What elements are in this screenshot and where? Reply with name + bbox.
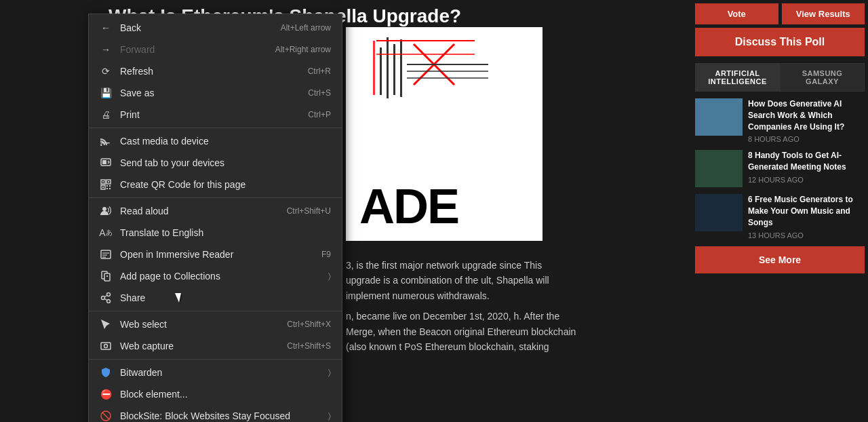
svg-rect-19 — [102, 181, 104, 183]
svg-line-40 — [105, 296, 107, 297]
blocksite-arrow: 〉 — [328, 411, 331, 421]
menu-item-block-element[interactable]: ⛔ Block element... — [89, 383, 342, 405]
menu-separator-3 — [89, 311, 342, 311]
print-icon: 🖨 — [100, 109, 112, 121]
web-select-icon — [100, 318, 112, 330]
menu-label-print: Print — [120, 109, 300, 120]
svg-point-38 — [102, 296, 105, 300]
menu-item-refresh[interactable]: ⟳ Refresh Ctrl+R — [89, 60, 342, 82]
menu-item-share[interactable]: Share — [89, 287, 342, 309]
menu-shortcut-read-aloud: Ctrl+Shift+U — [287, 206, 331, 216]
svg-line-17 — [108, 162, 109, 164]
menu-item-immersive-reader[interactable]: Open in Immersive Reader F9 — [89, 244, 342, 265]
collections-arrow: 〉 — [328, 271, 331, 281]
svg-rect-42 — [101, 343, 111, 349]
menu-item-back[interactable]: ← Back Alt+Left arrow — [89, 17, 342, 39]
menu-label-translate: Translate to English — [120, 227, 331, 238]
collections-icon — [100, 270, 112, 282]
svg-line-45 — [102, 413, 109, 419]
menu-shortcut-forward: Alt+Right arrow — [275, 45, 331, 54]
menu-label-bitwarden: Bitwarden — [120, 367, 315, 378]
svg-rect-12 — [100, 142, 110, 144]
menu-label-share: Share — [120, 292, 331, 303]
menu-item-print[interactable]: 🖨 Print Ctrl+P — [89, 104, 342, 126]
svg-point-37 — [107, 293, 111, 296]
menu-shortcut-save-as: Ctrl+S — [308, 88, 331, 98]
menu-label-web-select: Web select — [120, 319, 279, 330]
web-capture-icon — [100, 340, 112, 352]
menu-label-cast: Cast media to device — [120, 136, 331, 147]
share-icon — [100, 292, 112, 304]
svg-rect-15 — [102, 160, 106, 164]
menu-label-immersive-reader: Open in Immersive Reader — [120, 249, 313, 260]
menu-item-qr-code[interactable]: Create QR Code for this page — [89, 174, 342, 195]
svg-point-43 — [104, 345, 108, 348]
qr-icon — [100, 178, 112, 191]
svg-rect-27 — [109, 188, 111, 189]
menu-item-collections[interactable]: Add page to Collections 〉 — [89, 265, 342, 287]
menu-item-web-capture[interactable]: Web capture Ctrl+Shift+S — [89, 335, 342, 357]
cast-icon — [100, 135, 112, 147]
immersive-reader-icon — [100, 248, 112, 261]
menu-shortcut-web-select: Ctrl+Shift+X — [287, 320, 331, 329]
svg-rect-24 — [106, 185, 108, 187]
blocksite-icon — [100, 410, 112, 422]
refresh-icon: ⟳ — [100, 65, 112, 77]
menu-label-forward: Forward — [120, 44, 267, 55]
svg-rect-34 — [104, 273, 110, 281]
svg-point-39 — [107, 300, 111, 303]
block-element-icon: ⛔ — [100, 388, 112, 400]
menu-separator-4 — [89, 359, 342, 360]
send-tab-icon — [100, 157, 112, 169]
menu-label-save-as: Save as — [120, 88, 300, 98]
svg-rect-26 — [106, 188, 108, 189]
menu-label-send-tab: Send tab to your devices — [120, 157, 331, 168]
forward-icon: → — [100, 43, 112, 56]
menu-label-back: Back — [120, 22, 273, 33]
menu-shortcut-web-capture: Ctrl+Shift+S — [287, 341, 331, 351]
svg-line-41 — [105, 299, 107, 301]
menu-shortcut-refresh: Ctrl+R — [308, 66, 331, 76]
menu-label-collections: Add page to Collections — [120, 271, 315, 282]
menu-item-web-select[interactable]: Web select Ctrl+Shift+X — [89, 313, 342, 335]
svg-rect-23 — [102, 187, 104, 188]
back-icon: ← — [100, 22, 112, 34]
menu-item-save-as[interactable]: 💾 Save as Ctrl+S — [89, 82, 342, 104]
menu-item-translate[interactable]: Aあ Translate to English — [89, 222, 342, 244]
menu-item-blocksite[interactable]: BlockSite: Block Websites Stay Focused 〉 — [89, 405, 342, 422]
menu-label-web-capture: Web capture — [120, 341, 279, 351]
menu-item-read-aloud[interactable]: Read aloud Ctrl+Shift+U — [89, 200, 342, 222]
svg-rect-13 — [100, 145, 102, 147]
menu-label-read-aloud: Read aloud — [120, 206, 279, 216]
svg-point-28 — [102, 207, 106, 211]
menu-item-send-tab[interactable]: Send tab to your devices — [89, 152, 342, 174]
menu-label-refresh: Refresh — [120, 66, 300, 77]
menu-shortcut-print: Ctrl+P — [308, 110, 331, 119]
menu-separator-1 — [89, 128, 342, 128]
bitwarden-icon — [100, 366, 112, 379]
menu-shortcut-back: Alt+Left arrow — [281, 23, 331, 33]
context-menu-overlay: ← Back Alt+Left arrow → Forward Alt+Righ… — [0, 0, 868, 422]
translate-icon: Aあ — [100, 227, 112, 239]
menu-shortcut-immersive-reader: F9 — [321, 250, 331, 259]
menu-separator-2 — [89, 197, 342, 198]
svg-rect-25 — [109, 185, 111, 187]
read-aloud-icon — [100, 205, 112, 217]
menu-item-forward: → Forward Alt+Right arrow — [89, 39, 342, 60]
save-icon: 💾 — [100, 87, 112, 99]
menu-label-qr-code: Create QR Code for this page — [120, 179, 331, 190]
menu-item-cast[interactable]: Cast media to device — [89, 130, 342, 152]
menu-label-blocksite: BlockSite: Block Websites Stay Focused — [120, 410, 315, 421]
bitwarden-arrow: 〉 — [328, 368, 331, 377]
menu-item-bitwarden[interactable]: Bitwarden 〉 — [89, 362, 342, 383]
context-menu: ← Back Alt+Left arrow → Forward Alt+Righ… — [88, 14, 342, 422]
svg-rect-21 — [108, 181, 109, 183]
menu-label-block-element: Block element... — [120, 389, 331, 400]
